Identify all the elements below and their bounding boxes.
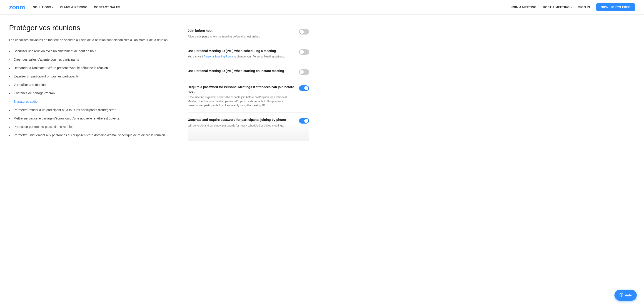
list-item: Créer des salles d'attente pour les part… xyxy=(9,57,174,62)
toggle-slider xyxy=(299,69,309,75)
list-item: Protection par mot de passe d'une réunio… xyxy=(9,124,174,129)
setting-title: Join before host xyxy=(188,29,294,33)
setting-title: Use Personal Meeting ID (PMI) when start… xyxy=(188,69,294,73)
setting-item: Use Personal Meeting ID (PMI) when start… xyxy=(188,64,309,80)
toggle-switch[interactable] xyxy=(299,118,309,124)
setting-desc: Will generate and send new passwords for… xyxy=(188,124,294,128)
chevron-down-icon: ▾ xyxy=(570,6,572,8)
toggle-slider xyxy=(299,118,309,124)
setting-title: Generate and require password for partic… xyxy=(188,118,294,122)
setting-content: Use Personal Meeting ID (PMI) when sched… xyxy=(188,49,294,59)
signin-link[interactable]: SIGN IN xyxy=(578,5,590,9)
zoom-logo[interactable]: zoom xyxy=(9,4,25,11)
toggle-switch[interactable] xyxy=(299,69,309,75)
setting-desc: You can visit Personal Meeting Room to c… xyxy=(188,54,294,59)
list-item: Permettre uniquement aux personnes qui d… xyxy=(9,133,174,138)
toggle-switch[interactable] xyxy=(299,49,309,55)
setting-link[interactable]: Personal Meeting Room xyxy=(204,55,233,58)
nav-right-link[interactable]: HOST A MEETING▾ xyxy=(543,5,572,9)
toggle-slider xyxy=(299,49,309,55)
toggle-switch[interactable] xyxy=(299,29,309,34)
toggle-switch[interactable] xyxy=(299,85,309,91)
settings-list: Join before hostAllow participants to jo… xyxy=(188,24,309,133)
left-panel: Protéger vos réunions Les capacités suiv… xyxy=(9,24,174,141)
toggle-slider xyxy=(299,85,309,91)
feature-list: Sécuriser une réunion avec un chiffremen… xyxy=(9,49,174,138)
signup-button[interactable]: SIGN UP, IT'S FREE xyxy=(596,3,635,11)
setting-title: Require a password for Personal Meetings… xyxy=(188,85,294,94)
list-item: Permettre/refuser à un participant ou à … xyxy=(9,108,174,112)
right-panel: Join before hostAllow participants to jo… xyxy=(188,24,309,133)
setting-desc: Allow participants to join the meeting b… xyxy=(188,34,294,39)
nav-links: SOLUTIONS▾PLANS & PRICINGCONTACT SALES xyxy=(33,5,120,9)
setting-desc: If the meeting organizer selects the "En… xyxy=(188,95,294,107)
main-content: Protéger vos réunions Les capacités suiv… xyxy=(0,14,318,155)
list-item[interactable]: Signatures audio xyxy=(9,99,174,104)
main-nav: zoom SOLUTIONS▾PLANS & PRICINGCONTACT SA… xyxy=(0,0,644,14)
nav-right: JOIN A MEETINGHOST A MEETING▾SIGN IN SIG… xyxy=(511,3,635,11)
setting-item: Require a password for Personal Meetings… xyxy=(188,80,309,113)
setting-item: Generate and require password for partic… xyxy=(188,113,309,133)
nav-left: zoom SOLUTIONS▾PLANS & PRICINGCONTACT SA… xyxy=(9,4,120,11)
right-panel-wrapper: Join before hostAllow participants to jo… xyxy=(188,24,309,141)
setting-title: Use Personal Meeting ID (PMI) when sched… xyxy=(188,49,294,53)
list-item: Filigranes de partage d'écran xyxy=(9,91,174,96)
list-item: Expulser un participant or tous les part… xyxy=(9,74,174,79)
setting-content: Require a password for Personal Meetings… xyxy=(188,85,294,107)
nav-link[interactable]: PLANS & PRICING xyxy=(60,5,88,9)
setting-item: Use Personal Meeting ID (PMI) when sched… xyxy=(188,44,309,64)
nav-link[interactable]: SOLUTIONS▾ xyxy=(33,5,54,9)
list-item: Verrouiller une réunion xyxy=(9,82,174,87)
list-item: Sécuriser une réunion avec un chiffremen… xyxy=(9,49,174,54)
toggle-slider xyxy=(299,29,309,34)
chevron-down-icon: ▾ xyxy=(52,6,54,8)
setting-content: Use Personal Meeting ID (PMI) when start… xyxy=(188,69,294,75)
setting-item: Join before hostAllow participants to jo… xyxy=(188,24,309,44)
intro-text: Les capacités suivantes en matière de sé… xyxy=(9,37,174,42)
setting-content: Generate and require password for partic… xyxy=(188,118,294,128)
page-title: Protéger vos réunions xyxy=(9,24,174,32)
feature-link[interactable]: Signatures audio xyxy=(14,100,38,103)
setting-content: Join before hostAllow participants to jo… xyxy=(188,29,294,39)
nav-right-link[interactable]: JOIN A MEETING xyxy=(511,5,536,9)
nav-link[interactable]: CONTACT SALES xyxy=(94,5,120,9)
list-item: Mettre sur pause le partage d'écran lors… xyxy=(9,116,174,121)
list-item: Demander à l'animateur d'être présent av… xyxy=(9,66,174,70)
